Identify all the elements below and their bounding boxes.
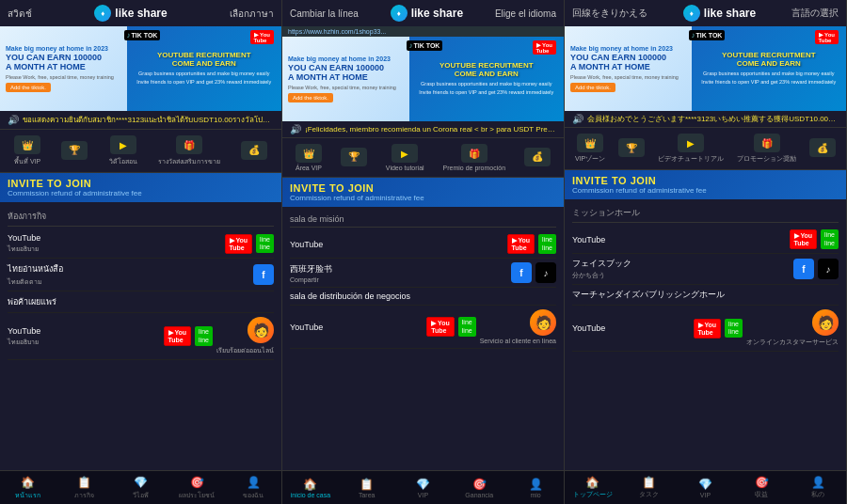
bottom-nav-item-0[interactable]: 🏠 inicio de casa <box>282 478 339 498</box>
nav-item-0[interactable]: 👑 VIPゾーン <box>575 134 605 164</box>
bottom-nav-item-2[interactable]: 💎 วีไอพี <box>113 476 169 500</box>
mission-name: マーチャンダイズパブリッシングホール <box>572 289 725 301</box>
invite-section[interactable]: INVITE TO JOIN Commission refund of admi… <box>282 178 564 207</box>
mission-row[interactable]: ไทยอ่านหนังสือไทยติดตามf <box>8 259 274 291</box>
nav-icon-2: ▶ <box>392 144 418 163</box>
bottom-nav-icon-1: 📋 <box>360 478 374 491</box>
topbar-right[interactable]: 言語の選択 <box>791 7 839 20</box>
bottom-nav-icon-4: 👤 <box>529 478 543 491</box>
mission-desc: ไทยอธิบาย <box>8 244 40 254</box>
bottom-nav-item-0[interactable]: 🏠 トップページ <box>565 476 621 499</box>
mission-row[interactable]: YouTubeไทยอธิบาย▶ YouTubeline line <box>8 229 274 259</box>
bottom-nav-item-1[interactable]: 📋 タスク <box>621 476 678 499</box>
banner-btn[interactable]: Add the tiktok. <box>288 93 333 102</box>
bottom-nav-item-1[interactable]: 📋 Tarea <box>339 478 395 498</box>
nav-item-1[interactable]: 🏆 <box>341 148 367 168</box>
mission-row[interactable]: YouTube▶ YouTubeline line 🧑 オンラインカスタマーサー… <box>572 306 839 352</box>
nav-item-3[interactable]: 🎁 Premio de promoción <box>443 144 506 171</box>
speaker-icon: 🔊 <box>8 115 19 125</box>
youtube-logo[interactable]: ▶ YouTube <box>225 234 253 254</box>
line-badge[interactable]: line line <box>458 317 476 337</box>
topbar-right[interactable]: เลือกภาษา <box>230 7 274 21</box>
topbar-right[interactable]: Elige el idioma <box>495 8 556 19</box>
youtube-logo[interactable]: ▶ YouTube <box>164 326 192 346</box>
nav-item-0[interactable]: 👑 พื้นที่ VIP <box>14 135 40 166</box>
nav-item-4[interactable]: 💰 <box>241 141 267 162</box>
mission-row[interactable]: พ่อค้าเผยแพร่ <box>8 291 274 313</box>
nav-item-2[interactable]: ▶ วิดีโอสอน <box>109 135 137 166</box>
mission-info: 西班牙脸书Compartir <box>290 263 332 283</box>
nav-label-3: Premio de promoción <box>443 165 506 171</box>
bottom-nav-item-3[interactable]: 🎯 Ganancia <box>451 478 507 498</box>
nav-item-3[interactable]: 🎁 プロモーション奨励 <box>737 134 796 164</box>
nav-item-1[interactable]: 🏆 <box>61 141 88 162</box>
mission-info: マーチャンダイズパブリッシングホール <box>572 289 725 301</box>
nav-item-0[interactable]: 👑 Área VIP <box>296 144 322 171</box>
youtube-logo[interactable]: ▶ YouTube <box>790 229 818 249</box>
mission-row[interactable]: マーチャンダイズパブリッシングホール <box>572 285 839 306</box>
bottom-nav-icon-4: 👤 <box>811 476 825 489</box>
bottom-nav-item-3[interactable]: 🎯 ผลประโยชน์ <box>168 476 225 500</box>
line-badge[interactable]: line line <box>195 326 213 346</box>
bottom-nav-item-4[interactable]: 👤 mio <box>507 478 564 498</box>
banner-btn[interactable]: Add the tiktok. <box>6 83 51 92</box>
bottom-nav-item-2[interactable]: 💎 VIP <box>678 478 734 498</box>
bottom-nav-icon-1: 📋 <box>642 476 656 489</box>
avatar: 🧑 <box>530 309 556 336</box>
banner-small: Please Work, free, special time, money t… <box>6 74 121 80</box>
bottom-nav-item-4[interactable]: 👤 私の <box>790 476 846 499</box>
facebook-badge[interactable]: f <box>253 264 274 285</box>
bottom-nav-item-3[interactable]: 🎯 収益 <box>733 476 790 499</box>
nav-item-2[interactable]: ▶ ビデオチュートリアル <box>658 134 724 164</box>
banner-big: YOU CAN EARN 100000A MONTH AT HOME <box>570 54 686 72</box>
mission-row[interactable]: YouTubeไทยอธิบาย▶ YouTubeline line 🧑 เรี… <box>8 313 274 360</box>
notification-bar: 🔊 会員様おめでとうございます****3123いちめい推薦する獲得USDT10.… <box>565 111 846 128</box>
facebook-badge[interactable]: f <box>793 259 814 279</box>
bottom-nav-item-0[interactable]: 🏠 หน้าแรก <box>0 476 56 500</box>
mission-badges: ▶ YouTubeline line 🧑 เรียบร้อยต่อออนไลน์ <box>164 317 274 355</box>
nav-item-3[interactable]: 🎁 รางวัลส่งเสริมการขาย <box>158 135 220 166</box>
nav-item-2[interactable]: ▶ Video tutorial <box>386 144 424 171</box>
tiktok-badge[interactable]: ♪ <box>818 259 839 279</box>
mission-row[interactable]: YouTube▶ YouTubeline line <box>572 226 839 254</box>
customer-service[interactable]: 🧑 Servicio al cliente en línea <box>480 309 556 344</box>
topbar-center: ♦ like share <box>94 5 167 22</box>
youtube-logo[interactable]: ▶ YouTube <box>426 317 455 337</box>
bottom-nav: 🏠 トップページ 📋 タスク 💎 VIP 🎯 収益 👤 私の <box>565 470 846 504</box>
mission-row[interactable]: フェイスブック分かち合うf♪ <box>572 254 839 285</box>
mission-row[interactable]: sala de distribución de negocios <box>290 288 556 306</box>
mission-info: YouTube <box>290 323 323 332</box>
banner-right-sub2: Invite friends to open VIP and get 23% r… <box>701 79 836 86</box>
line-badge[interactable]: line line <box>538 234 556 254</box>
mission-name: YouTube <box>8 326 40 336</box>
customer-service[interactable]: 🧑 オンラインカスタマーサービス <box>746 309 839 347</box>
mission-row[interactable]: YouTube▶ YouTubeline line 🧑 Servicio al … <box>290 306 556 349</box>
line-badge[interactable]: line line <box>725 319 743 339</box>
line-badge[interactable]: line line <box>821 229 839 249</box>
youtube-badge: ▶ YouTube <box>815 30 839 44</box>
mission-row[interactable]: YouTube▶ YouTubeline line <box>290 230 556 259</box>
facebook-badge[interactable]: f <box>511 262 532 283</box>
panel-1: Cambiar la línea ♦ like share Elige el i… <box>282 0 565 504</box>
nav-item-4[interactable]: 💰 <box>809 138 836 159</box>
topbar-left: สวิตช์ <box>8 7 32 21</box>
youtube-logo[interactable]: ▶ YouTube <box>507 234 535 254</box>
bottom-nav-item-4[interactable]: 👤 ของฉัน <box>225 476 281 500</box>
bottom-nav-item-1[interactable]: 📋 ภารกิจ <box>56 476 113 500</box>
customer-service[interactable]: 🧑 เรียบร้อยต่อออนไลน์ <box>216 317 274 355</box>
nav-icon-1: 🏆 <box>618 138 645 157</box>
nav-icons-row: 👑 VIPゾーン 🏆 ▶ ビデオチュートリアル 🎁 プロモーション奨励 💰 <box>565 128 846 170</box>
bottom-nav-item-2[interactable]: 💎 VIP <box>395 478 452 498</box>
invite-section[interactable]: INVITE TO JOIN Commission refund of admi… <box>565 170 846 199</box>
mission-info: sala de distribución de negocios <box>290 291 410 301</box>
invite-section[interactable]: INVITE TO JOIN Commission refund of admi… <box>0 173 281 202</box>
tiktok-badge[interactable]: ♪ <box>535 262 556 283</box>
nav-item-4[interactable]: 💰 <box>524 148 551 168</box>
youtube-logo[interactable]: ▶ YouTube <box>694 319 722 339</box>
banner: Make big money at home in 2023 YOU CAN E… <box>282 37 564 121</box>
notification-text: ขอแสดงความยินดีกับสมาชิก****3123แนะนำชิล… <box>23 114 274 126</box>
mission-row[interactable]: 西班牙脸书Compartirf♪ <box>290 259 556 288</box>
line-badge[interactable]: line line <box>256 234 274 254</box>
banner-btn[interactable]: Add the tiktok. <box>570 83 615 92</box>
nav-item-1[interactable]: 🏆 <box>618 138 645 159</box>
